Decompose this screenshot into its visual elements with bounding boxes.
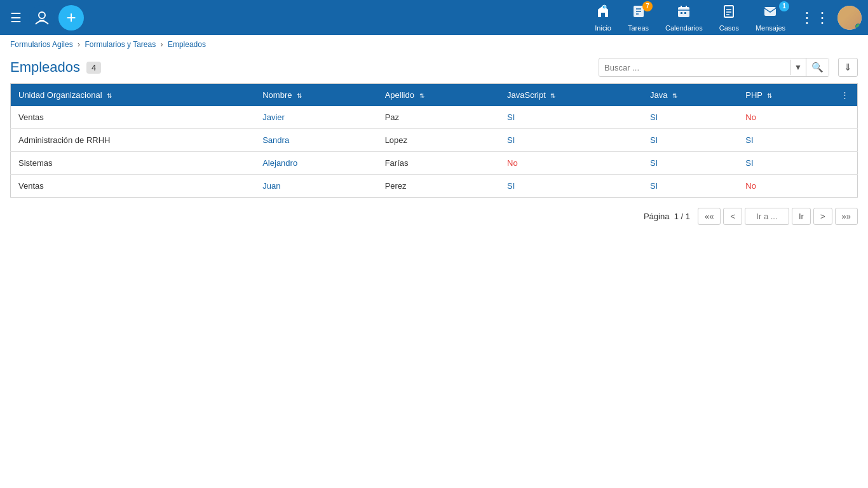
tareas-badge: 7 [642, 1, 653, 11]
table-row: Sistemas Alejandro Farías No SI SI [11, 152, 858, 175]
page-header: Empleados 4 ▼ 🔍 ⇓ [0, 54, 868, 83]
breadcrumb-empleados: Empleados [168, 40, 206, 49]
cell-java: SI [642, 152, 738, 175]
record-count: 4 [86, 62, 101, 74]
cell-action [832, 175, 858, 198]
cell-java: SI [642, 175, 738, 198]
avatar[interactable] [837, 6, 862, 30]
last-page-btn[interactable]: »» [835, 208, 858, 225]
pagination: Página 1 / 1 «« < Ir > »» [0, 198, 868, 230]
online-indicator [855, 24, 861, 29]
cell-php: SI [738, 129, 832, 152]
cell-apellido: Farías [377, 152, 499, 175]
svg-rect-16 [764, 7, 776, 16]
cell-javascript: SI [499, 106, 642, 129]
apps-grid-button[interactable]: ⋮⋮ [796, 5, 834, 30]
download-button[interactable]: ⇓ [838, 58, 858, 77]
cell-action [832, 152, 858, 175]
col-javascript[interactable]: JavaScript ⇅ [499, 84, 642, 107]
nav-tareas-label: Tareas [628, 24, 649, 32]
col-nombre[interactable]: Nombre ⇅ [255, 84, 377, 107]
inicio-icon [595, 4, 611, 23]
sort-icon-unidad: ⇅ [107, 92, 112, 99]
cell-unidad: Administración de RRHH [11, 129, 255, 152]
svg-rect-6 [678, 7, 689, 17]
first-page-btn[interactable]: «« [698, 208, 721, 225]
col-php[interactable]: PHP ⇅ [738, 84, 832, 107]
mensajes-badge: 1 [779, 1, 789, 11]
search-bar: ▼ 🔍 [599, 58, 829, 77]
sort-icon-apellido: ⇅ [419, 92, 424, 99]
breadcrumb-formularios-agiles[interactable]: Formularios Agiles [10, 40, 73, 49]
sort-icon-nombre: ⇅ [297, 92, 302, 99]
svg-point-0 [39, 12, 45, 18]
nav-calendarios-label: Calendarios [665, 24, 703, 32]
calendarios-icon [676, 4, 691, 23]
table-row: Ventas Juan Perez SI SI No [11, 175, 858, 198]
cell-nombre[interactable]: Javier [255, 106, 377, 129]
table-row: Ventas Javier Paz SI SI No [11, 106, 858, 129]
employees-table: Unidad Organizacional ⇅ Nombre ⇅ Apellid… [10, 83, 858, 198]
nav-casos-label: Casos [719, 24, 739, 32]
cell-apellido: Paz [377, 106, 499, 129]
nav-inicio[interactable]: Inicio [588, 1, 618, 34]
table-row: Administración de RRHH Sandra Lopez SI S… [11, 129, 858, 152]
sort-icon-java: ⇅ [672, 92, 677, 99]
cell-action [832, 129, 858, 152]
goto-input[interactable] [745, 208, 789, 225]
cell-unidad: Ventas [11, 106, 255, 129]
goto-btn[interactable]: Ir [792, 208, 811, 225]
cell-nombre[interactable]: Juan [255, 175, 377, 198]
add-button[interactable]: + [58, 5, 84, 30]
cell-apellido: Lopez [377, 129, 499, 152]
breadcrumb: Formularios Agiles › Formularios y Tarea… [0, 35, 868, 54]
svg-rect-10 [681, 12, 682, 14]
cell-java: SI [642, 129, 738, 152]
nav-tareas[interactable]: 7 Tareas [621, 1, 655, 34]
cell-nombre[interactable]: Sandra [255, 129, 377, 152]
page-info: Página 1 / 1 [644, 212, 690, 221]
casos-icon [721, 4, 736, 23]
app-logo [29, 5, 55, 30]
col-apellido[interactable]: Apellido ⇅ [377, 84, 499, 107]
employees-table-wrapper: Unidad Organizacional ⇅ Nombre ⇅ Apellid… [0, 83, 868, 198]
cell-java: SI [642, 106, 738, 129]
cell-apellido: Perez [377, 175, 499, 198]
sort-icon-php: ⇅ [767, 92, 772, 99]
svg-rect-12 [724, 6, 733, 17]
search-button[interactable]: 🔍 [806, 58, 829, 76]
svg-rect-11 [684, 12, 686, 14]
topnav: ☰ + Inicio 7 Tarea [0, 0, 868, 35]
cell-javascript: SI [499, 129, 642, 152]
sort-icon-javascript: ⇅ [550, 92, 555, 99]
col-unidad[interactable]: Unidad Organizacional ⇅ [11, 84, 255, 107]
cell-php: No [738, 175, 832, 198]
cell-unidad: Ventas [11, 175, 255, 198]
nav-calendarios[interactable]: Calendarios [659, 1, 709, 34]
page-title: Empleados [10, 59, 80, 76]
nav-mensajes-label: Mensajes [756, 24, 785, 32]
col-actions: ⋮ [832, 84, 858, 107]
cell-nombre[interactable]: Alejandro [255, 152, 377, 175]
cell-action [832, 106, 858, 129]
cell-php: No [738, 106, 832, 129]
breadcrumb-formularios-tareas[interactable]: Formularios y Tareas [85, 40, 156, 49]
col-java[interactable]: Java ⇅ [642, 84, 738, 107]
nav-inicio-label: Inicio [595, 24, 611, 32]
hamburger-menu[interactable]: ☰ [6, 6, 25, 29]
nav-casos[interactable]: Casos [713, 1, 745, 34]
cell-unidad: Sistemas [11, 152, 255, 175]
cell-javascript: No [499, 152, 642, 175]
nav-mensajes[interactable]: 1 Mensajes [749, 1, 792, 34]
cell-php: SI [738, 152, 832, 175]
mensajes-icon [763, 4, 778, 23]
search-dropdown-btn[interactable]: ▼ [790, 60, 806, 75]
search-input[interactable] [599, 60, 790, 76]
prev-page-btn[interactable]: < [723, 208, 742, 225]
cell-javascript: SI [499, 175, 642, 198]
next-page-btn[interactable]: > [813, 208, 832, 225]
